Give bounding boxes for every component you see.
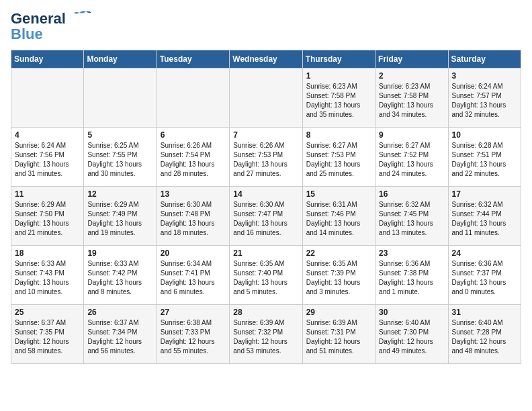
cell-info: Sunrise: 6:38 AM Sunset: 7:33 PM Dayligh… [161,318,226,356]
calendar-table: SundayMondayTuesdayWednesdayThursdayFrid… [11,50,521,364]
calendar-cell: 10Sunrise: 6:28 AM Sunset: 7:51 PM Dayli… [448,128,521,187]
cell-info: Sunrise: 6:32 AM Sunset: 7:45 PM Dayligh… [379,200,444,238]
calendar-cell: 11Sunrise: 6:29 AM Sunset: 7:50 PM Dayli… [11,187,84,246]
cell-info: Sunrise: 6:36 AM Sunset: 7:38 PM Dayligh… [379,259,444,297]
calendar-cell: 27Sunrise: 6:38 AM Sunset: 7:33 PM Dayli… [157,305,229,364]
cell-info: Sunrise: 6:39 AM Sunset: 7:31 PM Dayligh… [306,318,371,356]
day-number: 25 [15,308,80,317]
day-number: 16 [379,189,444,199]
cell-info: Sunrise: 6:34 AM Sunset: 7:41 PM Dayligh… [161,259,226,297]
day-number: 3 [452,71,517,81]
calendar-cell: 24Sunrise: 6:36 AM Sunset: 7:37 PM Dayli… [448,246,521,305]
calendar-cell [11,68,84,128]
cell-info: Sunrise: 6:24 AM Sunset: 7:57 PM Dayligh… [452,82,517,120]
calendar-cell: 7Sunrise: 6:26 AM Sunset: 7:53 PM Daylig… [230,128,302,187]
day-number: 15 [306,189,371,199]
day-number: 22 [306,248,371,258]
calendar-week-row: 1Sunrise: 6:23 AM Sunset: 7:58 PM Daylig… [11,68,521,128]
cell-info: Sunrise: 6:26 AM Sunset: 7:54 PM Dayligh… [161,141,226,179]
day-number: 23 [379,248,444,258]
weekday-header-tuesday: Tuesday [157,50,229,68]
day-number: 11 [15,189,80,199]
day-number: 21 [233,248,298,258]
logo: General Blue [11,11,91,42]
calendar-header-row: SundayMondayTuesdayWednesdayThursdayFrid… [11,50,521,68]
logo-text-blue: Blue [11,27,43,42]
calendar-body: 1Sunrise: 6:23 AM Sunset: 7:58 PM Daylig… [11,68,521,364]
calendar-cell: 5Sunrise: 6:25 AM Sunset: 7:55 PM Daylig… [84,128,157,187]
day-number: 5 [87,130,152,140]
day-number: 9 [379,130,444,140]
calendar-week-row: 11Sunrise: 6:29 AM Sunset: 7:50 PM Dayli… [11,187,521,246]
weekday-header-sunday: Sunday [11,50,84,68]
weekday-header-thursday: Thursday [302,50,375,68]
logo-text-general: General [11,10,66,27]
calendar-cell: 9Sunrise: 6:27 AM Sunset: 7:52 PM Daylig… [375,128,448,187]
calendar-cell: 2Sunrise: 6:23 AM Sunset: 7:58 PM Daylig… [375,68,448,128]
day-number: 10 [452,130,517,140]
day-number: 6 [161,130,226,140]
day-number: 2 [379,71,444,81]
cell-info: Sunrise: 6:30 AM Sunset: 7:48 PM Dayligh… [161,200,226,238]
cell-info: Sunrise: 6:37 AM Sunset: 7:34 PM Dayligh… [87,318,152,356]
day-number: 27 [161,308,226,317]
day-number: 1 [306,71,371,81]
day-number: 31 [452,308,517,317]
cell-info: Sunrise: 6:29 AM Sunset: 7:49 PM Dayligh… [87,200,152,238]
calendar-cell [230,68,302,128]
calendar-cell: 25Sunrise: 6:37 AM Sunset: 7:35 PM Dayli… [11,305,84,364]
day-number: 18 [15,248,80,258]
calendar-cell: 17Sunrise: 6:32 AM Sunset: 7:44 PM Dayli… [448,187,521,246]
day-number: 4 [15,130,80,140]
cell-info: Sunrise: 6:32 AM Sunset: 7:44 PM Dayligh… [452,200,517,238]
day-number: 24 [452,248,517,258]
page-header: General Blue [11,11,521,42]
calendar-cell: 22Sunrise: 6:35 AM Sunset: 7:39 PM Dayli… [302,246,375,305]
day-number: 8 [306,130,371,140]
cell-info: Sunrise: 6:31 AM Sunset: 7:46 PM Dayligh… [306,200,371,238]
calendar-cell [84,68,157,128]
calendar-week-row: 18Sunrise: 6:33 AM Sunset: 7:43 PM Dayli… [11,246,521,305]
logo-bird-icon [67,10,91,25]
cell-info: Sunrise: 6:35 AM Sunset: 7:40 PM Dayligh… [233,259,298,297]
calendar-cell: 29Sunrise: 6:39 AM Sunset: 7:31 PM Dayli… [302,305,375,364]
cell-info: Sunrise: 6:29 AM Sunset: 7:50 PM Dayligh… [15,200,80,238]
calendar-cell: 4Sunrise: 6:24 AM Sunset: 7:56 PM Daylig… [11,128,84,187]
cell-info: Sunrise: 6:36 AM Sunset: 7:37 PM Dayligh… [452,259,517,297]
calendar-cell: 14Sunrise: 6:30 AM Sunset: 7:47 PM Dayli… [230,187,302,246]
cell-info: Sunrise: 6:27 AM Sunset: 7:52 PM Dayligh… [379,141,444,179]
calendar-cell: 18Sunrise: 6:33 AM Sunset: 7:43 PM Dayli… [11,246,84,305]
day-number: 26 [87,308,152,317]
cell-info: Sunrise: 6:35 AM Sunset: 7:39 PM Dayligh… [306,259,371,297]
cell-info: Sunrise: 6:39 AM Sunset: 7:32 PM Dayligh… [233,318,298,356]
calendar-cell: 3Sunrise: 6:24 AM Sunset: 7:57 PM Daylig… [448,68,521,128]
calendar-cell: 8Sunrise: 6:27 AM Sunset: 7:53 PM Daylig… [302,128,375,187]
cell-info: Sunrise: 6:27 AM Sunset: 7:53 PM Dayligh… [306,141,371,179]
cell-info: Sunrise: 6:26 AM Sunset: 7:53 PM Dayligh… [233,141,298,179]
calendar-cell: 16Sunrise: 6:32 AM Sunset: 7:45 PM Dayli… [375,187,448,246]
calendar-cell: 28Sunrise: 6:39 AM Sunset: 7:32 PM Dayli… [230,305,302,364]
cell-info: Sunrise: 6:23 AM Sunset: 7:58 PM Dayligh… [379,82,444,120]
weekday-header-monday: Monday [84,50,157,68]
calendar-week-row: 4Sunrise: 6:24 AM Sunset: 7:56 PM Daylig… [11,128,521,187]
cell-info: Sunrise: 6:33 AM Sunset: 7:43 PM Dayligh… [15,259,80,297]
day-number: 20 [161,248,226,258]
cell-info: Sunrise: 6:25 AM Sunset: 7:55 PM Dayligh… [87,141,152,179]
calendar-cell: 12Sunrise: 6:29 AM Sunset: 7:49 PM Dayli… [84,187,157,246]
calendar-cell: 19Sunrise: 6:33 AM Sunset: 7:42 PM Dayli… [84,246,157,305]
calendar-cell: 26Sunrise: 6:37 AM Sunset: 7:34 PM Dayli… [84,305,157,364]
weekday-header-saturday: Saturday [448,50,521,68]
calendar-cell: 31Sunrise: 6:40 AM Sunset: 7:28 PM Dayli… [448,305,521,364]
calendar-cell: 20Sunrise: 6:34 AM Sunset: 7:41 PM Dayli… [157,246,229,305]
calendar-cell [157,68,229,128]
calendar-cell: 13Sunrise: 6:30 AM Sunset: 7:48 PM Dayli… [157,187,229,246]
cell-info: Sunrise: 6:30 AM Sunset: 7:47 PM Dayligh… [233,200,298,238]
cell-info: Sunrise: 6:40 AM Sunset: 7:28 PM Dayligh… [452,318,517,356]
day-number: 17 [452,189,517,199]
cell-info: Sunrise: 6:23 AM Sunset: 7:58 PM Dayligh… [306,82,371,120]
calendar-cell: 21Sunrise: 6:35 AM Sunset: 7:40 PM Dayli… [230,246,302,305]
day-number: 29 [306,308,371,317]
cell-info: Sunrise: 6:33 AM Sunset: 7:42 PM Dayligh… [87,259,152,297]
calendar-cell: 30Sunrise: 6:40 AM Sunset: 7:30 PM Dayli… [375,305,448,364]
calendar-week-row: 25Sunrise: 6:37 AM Sunset: 7:35 PM Dayli… [11,305,521,364]
